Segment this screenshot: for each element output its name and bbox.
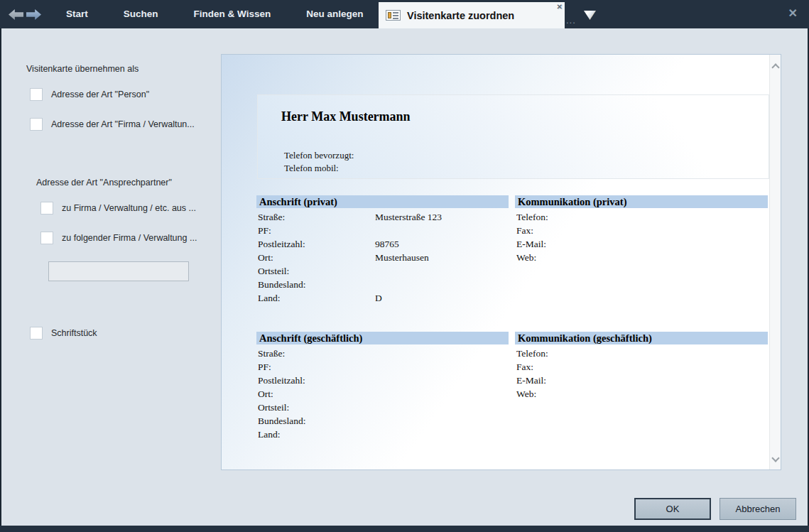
field-label: E-Mail:	[515, 374, 634, 387]
field-label: Straße:	[256, 347, 375, 360]
field-label: Ortsteil:	[256, 264, 375, 278]
field-row: Fax:	[515, 360, 768, 374]
business-card-icon	[386, 10, 401, 21]
field-label: Postleitzahl:	[256, 374, 375, 387]
field-value	[634, 251, 768, 264]
field-value	[634, 360, 768, 374]
checkbox-schriftstueck[interactable]	[30, 327, 43, 340]
section-kommunikation-geschaeftlich: Kommunikation (geschäftlich) Telefon: Fa…	[515, 332, 768, 401]
tab-overflow-ellipsis: ...	[566, 15, 576, 26]
field-row: Ortsteil:	[256, 264, 509, 278]
field-row: PF:	[256, 360, 509, 374]
firma-input[interactable]	[48, 261, 189, 281]
field-row: E-Mail:	[515, 374, 768, 387]
checkbox-zu-firma-label: zu Firma / Verwaltung / etc. aus ...	[62, 203, 196, 213]
field-value	[375, 374, 509, 387]
tab-neu-anlegen[interactable]: Neu anlegen	[288, 0, 381, 28]
field-label: Ort:	[256, 387, 375, 401]
checkbox-firma[interactable]	[30, 118, 43, 131]
checkbox-zu-firma[interactable]	[40, 202, 53, 215]
history-nav	[9, 9, 41, 20]
checkbox-row-zu-firma[interactable]: zu Firma / Verwaltung / etc. aus ...	[40, 202, 196, 215]
active-tab-label: Visitenkarte zuordnen	[407, 10, 514, 21]
field-value	[375, 401, 509, 414]
checkbox-person[interactable]	[30, 88, 43, 101]
field-label: Fax:	[515, 224, 634, 237]
field-row: Telefon:	[515, 347, 768, 360]
close-icon[interactable]: ✕	[788, 7, 798, 20]
field-label: Ort:	[256, 251, 375, 264]
checkbox-row-schriftstueck[interactable]: Schriftstück	[30, 327, 97, 340]
field-value	[634, 374, 768, 387]
section-header: Anschrift (privat)	[256, 195, 509, 208]
field-row: Web:	[515, 387, 768, 401]
tab-list-dropdown-icon[interactable]	[584, 11, 596, 20]
field-value	[634, 224, 768, 237]
field-label: Straße:	[256, 210, 375, 224]
tab-start[interactable]: Start	[48, 0, 106, 28]
field-row: Postleitzahl:98765	[256, 237, 509, 251]
checkbox-row-zu-folgender[interactable]: zu folgender Firma / Verwaltung ...	[40, 232, 197, 244]
section-kommunikation-privat: Kommunikation (privat) Telefon: Fax: E-M…	[515, 195, 768, 264]
field-value	[375, 264, 509, 278]
ok-button[interactable]: OK	[634, 498, 711, 520]
field-value	[634, 387, 768, 401]
field-label: Land:	[256, 428, 375, 441]
field-label: Ortsteil:	[256, 401, 375, 414]
field-label: Telefon:	[515, 210, 634, 224]
field-value: 98765	[375, 237, 509, 251]
checkbox-schriftstueck-label: Schriftstück	[51, 328, 97, 338]
field-value	[634, 347, 768, 360]
checkbox-row-firma[interactable]: Adresse der Art "Firma / Verwaltun...	[30, 118, 195, 131]
field-row: Land:	[256, 428, 509, 441]
tab-strip: Start Suchen Finden & Wissen Neu anlegen	[48, 0, 381, 28]
field-row: Postleitzahl:	[256, 374, 509, 387]
field-label: Web:	[515, 251, 634, 264]
field-value	[375, 428, 509, 441]
scroll-down-icon[interactable]	[771, 454, 779, 462]
field-row: Straße:Musterstraße 123	[256, 210, 509, 224]
field-label: PF:	[256, 224, 375, 237]
field-value: D	[375, 291, 509, 305]
field-row: Straße:	[256, 347, 509, 360]
tab-finden-wissen[interactable]: Finden & Wissen	[176, 0, 289, 28]
scroll-up-icon[interactable]	[771, 63, 779, 71]
field-label: PF:	[256, 360, 375, 374]
vertical-scrollbar[interactable]	[769, 55, 781, 469]
card-name: Herr Max Mustermann	[281, 109, 411, 124]
card-telefon-mobil-label: Telefon mobil:	[284, 163, 339, 174]
visitenkarte-preview-panel: Herr Max Mustermann Telefon bevorzugt: T…	[221, 54, 781, 470]
field-row: Ortsteil:	[256, 401, 509, 414]
tab-suchen[interactable]: Suchen	[106, 0, 176, 28]
checkbox-person-label: Adresse der Art "Person"	[51, 89, 149, 99]
field-value	[634, 237, 768, 251]
field-label: Postleitzahl:	[256, 237, 375, 251]
checkbox-zu-folgender[interactable]	[40, 232, 53, 244]
forward-arrow-icon[interactable]	[26, 9, 41, 20]
checkbox-firma-label: Adresse der Art "Firma / Verwaltun...	[51, 119, 195, 129]
tab-bar: Start Suchen Finden & Wissen Neu anlegen…	[0, 0, 809, 28]
checkbox-zu-folgender-label: zu folgender Firma / Verwaltung ...	[62, 233, 197, 243]
checkbox-row-person[interactable]: Adresse der Art "Person"	[30, 88, 149, 101]
field-value	[375, 278, 509, 291]
tab-visitenkarte-zuordnen-active[interactable]: Visitenkarte zuordnen ✕	[379, 2, 565, 28]
field-label: Fax:	[515, 360, 634, 374]
tab-close-icon[interactable]: ✕	[557, 3, 563, 11]
field-label: Telefon:	[515, 347, 634, 360]
window-left-edge	[0, 28, 1, 532]
field-value	[375, 360, 509, 374]
field-value	[634, 210, 768, 224]
window-bottom-bar	[0, 526, 809, 532]
cancel-button[interactable]: Abbrechen	[720, 498, 796, 520]
field-value	[375, 224, 509, 237]
business-card-preview: Herr Max Mustermann Telefon bevorzugt: T…	[257, 94, 769, 179]
section-anschrift-geschaeftlich: Anschrift (geschäftlich) Straße: PF: Pos…	[256, 332, 509, 441]
field-row: Land:D	[256, 291, 509, 305]
field-row: Bundesland:	[256, 414, 509, 428]
section-header: Kommunikation (privat)	[515, 195, 768, 208]
section-anschrift-privat: Anschrift (privat) Straße:Musterstraße 1…	[256, 195, 509, 305]
section-header: Kommunikation (geschäftlich)	[515, 332, 768, 344]
sidebar-group-heading-uebernehmen: Visitenkarte übernehmen als	[26, 64, 139, 74]
back-arrow-icon[interactable]	[9, 9, 23, 20]
field-row: Ort:	[256, 387, 509, 401]
